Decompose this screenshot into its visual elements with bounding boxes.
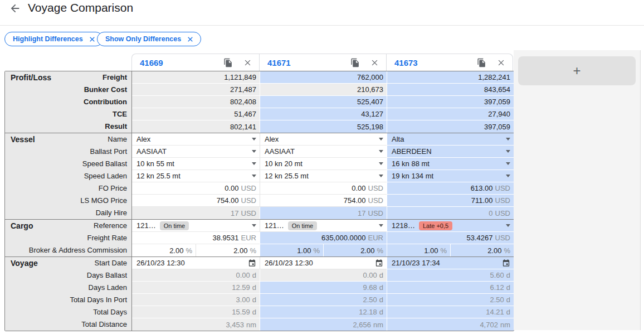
cell-unit: d	[379, 296, 383, 304]
table-row-ls-mgo-price: LS MGO Price754.00USD754.00USD711.00USD	[5, 195, 514, 207]
cell-41673-reference[interactable]: 1218…Late +0,5	[387, 220, 514, 232]
calendar-icon[interactable]	[375, 259, 383, 267]
cell-41669-speed-laden[interactable]: 12 kn 25.5 mt	[132, 170, 260, 182]
voyage-id-link[interactable]: 41673	[394, 58, 418, 67]
cell-unit: USD	[495, 184, 510, 192]
cell-41673-start-date[interactable]: 21/10/23 17:34	[387, 257, 514, 269]
cell-41669-name[interactable]: Alex	[132, 133, 260, 146]
cell-value: 14.21	[486, 308, 504, 316]
cell-value: Alta	[392, 135, 404, 143]
commission-sub-cell[interactable]: 2.00%	[323, 244, 387, 256]
back-button[interactable]	[8, 2, 22, 17]
table-row-freight-rate: Freight Rate38.9531EUR635,000.0000EUR53.…	[5, 232, 514, 244]
calendar-icon[interactable]	[248, 259, 256, 267]
cell-41673-total-days-in-port: 2.50d	[387, 294, 514, 306]
cell-41673-total-distance: 4,702nm	[387, 318, 514, 331]
table-row-start-date: Start Date26/10/23 12:3026/10/23 12:3021…	[5, 257, 514, 269]
chevron-down-icon	[379, 150, 383, 153]
cell-41673-fo-price[interactable]: 613.00USD	[387, 182, 514, 195]
chevron-down-icon	[506, 150, 510, 153]
chevron-down-icon	[506, 175, 510, 177]
commission-sub-cell[interactable]: 1.00%	[387, 244, 450, 256]
close-column-icon[interactable]	[497, 59, 505, 67]
group-title-vessel: Vessel	[11, 135, 35, 144]
cell-unit: %	[377, 246, 383, 255]
cell-41669-ballast-port[interactable]: AASIAAT	[132, 146, 260, 158]
commission-sub-cell[interactable]: 1.00%	[260, 244, 323, 256]
cell-value: 2.00	[360, 246, 374, 255]
cell-unit: USD	[368, 209, 383, 217]
cell-41671-tce: 43,127	[260, 108, 387, 120]
cell-41673-broker-address-commission[interactable]: 1.00%2.00%	[387, 244, 514, 256]
cell-value: 525,407	[357, 98, 383, 106]
commission-sub-cell[interactable]: 2.00%	[450, 244, 514, 256]
section-vessel: VesselNameAlexAlexAltaBallast PortAASIAA…	[5, 133, 514, 219]
cell-41671-speed-ballast[interactable]: 10 kn 20 mt	[260, 158, 387, 170]
cell-41673-name[interactable]: Alta	[387, 133, 514, 146]
cell-41669-tce: 51,467	[132, 108, 260, 120]
cell-41673-days-ballast: 5.60d	[387, 269, 514, 282]
voyage-id-link[interactable]: 41671	[267, 58, 291, 67]
cell-41671-reference[interactable]: 121…On time	[260, 220, 387, 232]
cell-41671-total-days-in-port: 2.50d	[260, 294, 387, 306]
cell-value: 0.00	[363, 271, 377, 279]
cell-41669-broker-address-commission[interactable]: 2.00%2.00%	[132, 244, 260, 256]
cell-value: 26/10/23 12:30	[136, 259, 185, 267]
cell-unit: d	[506, 283, 510, 292]
row-label-total-days: Total Days	[5, 306, 132, 318]
copy-voyage-icon[interactable]	[350, 58, 360, 67]
table-row-bunker-cost: Bunker Cost271,487210,673843,654	[5, 84, 514, 96]
add-voyage-button[interactable]: +	[518, 56, 636, 85]
close-icon[interactable]	[187, 36, 194, 43]
close-column-icon[interactable]	[243, 59, 252, 67]
cell-41673-ls-mgo-price[interactable]: 711.00USD	[387, 195, 514, 207]
row-label-tce: TCE	[5, 108, 132, 120]
commission-sub-cell[interactable]: 2.00%	[132, 244, 196, 256]
table-row-total-days-in-port: Total Days In Port3.00d2.50d2.50d	[5, 294, 514, 306]
cell-value: 53.4267	[467, 234, 493, 242]
commission-sub-cell[interactable]: 2.00%	[196, 244, 260, 256]
cell-41671-ballast-port[interactable]: AASIAAT	[260, 146, 387, 158]
cell-41671-fo-price[interactable]: 0.00USD	[260, 182, 387, 195]
close-icon[interactable]	[89, 36, 96, 43]
cell-41671-broker-address-commission[interactable]: 1.00%2.00%	[260, 244, 387, 256]
cell-41673-speed-ballast[interactable]: 16 kn 88 mt	[387, 158, 514, 170]
row-label-total-days-in-port: Total Days In Port	[5, 294, 132, 306]
cell-unit: d	[379, 283, 383, 292]
table-row-speed-laden: Speed Laden12 kn 25.5 mt12 kn 25.5 mt19 …	[5, 170, 514, 182]
cell-value: 1.00	[297, 246, 311, 255]
cell-value: ABERDEEN	[392, 147, 432, 156]
table-row-ballast-port: Ballast PortAASIAATAASIAATABERDEEN	[5, 146, 514, 158]
copy-voyage-icon[interactable]	[223, 58, 233, 67]
cell-41671-name[interactable]: Alex	[260, 133, 387, 146]
voyage-id-link[interactable]: 41669	[140, 58, 163, 67]
filter-chip-highlight-differences[interactable]: Highlight Differences	[4, 32, 103, 46]
cell-41669-speed-ballast[interactable]: 10 kn 55 mt	[132, 158, 260, 170]
cell-value: 1.00	[424, 246, 438, 255]
filter-chip-show-only-differences[interactable]: Show Only Differences	[97, 32, 201, 46]
cell-41671-freight-rate[interactable]: 635,000.0000EUR	[260, 232, 387, 244]
cell-value: 2.50	[363, 296, 377, 304]
copy-voyage-icon[interactable]	[477, 58, 486, 67]
cell-41673-speed-laden[interactable]: 19 kn 134 mt	[387, 170, 514, 182]
cell-41669-freight-rate[interactable]: 38.9531EUR	[132, 232, 260, 244]
cell-41669-ls-mgo-price[interactable]: 754.00USD	[132, 195, 260, 207]
cell-value: 2,656	[353, 321, 371, 329]
calendar-icon[interactable]	[502, 259, 510, 267]
chevron-down-icon	[379, 175, 383, 177]
cell-value: 27,940	[488, 110, 510, 118]
cell-41671-start-date[interactable]: 26/10/23 12:30	[260, 257, 387, 269]
cell-41669-start-date[interactable]: 26/10/23 12:30	[132, 257, 260, 269]
cell-41671-speed-laden[interactable]: 12 kn 25.5 mt	[260, 170, 387, 182]
cell-41669-fo-price[interactable]: 0.00USD	[132, 182, 260, 195]
cell-unit: nm	[500, 321, 510, 329]
cell-41673-freight-rate[interactable]: 53.4267USD	[387, 232, 514, 244]
cell-41671-ls-mgo-price[interactable]: 754.00USD	[260, 195, 387, 207]
voyage-column-header-41673: 41673	[386, 54, 513, 71]
cell-value: 21/10/23 17:34	[392, 259, 440, 267]
cell-41673-ballast-port[interactable]: ABERDEEN	[387, 146, 514, 158]
table-row-tce: TCE51,46743,12727,940	[5, 108, 514, 120]
close-column-icon[interactable]	[370, 59, 379, 67]
cell-41669-reference[interactable]: 121…On time	[132, 220, 260, 232]
cell-unit: EUR	[368, 234, 383, 242]
